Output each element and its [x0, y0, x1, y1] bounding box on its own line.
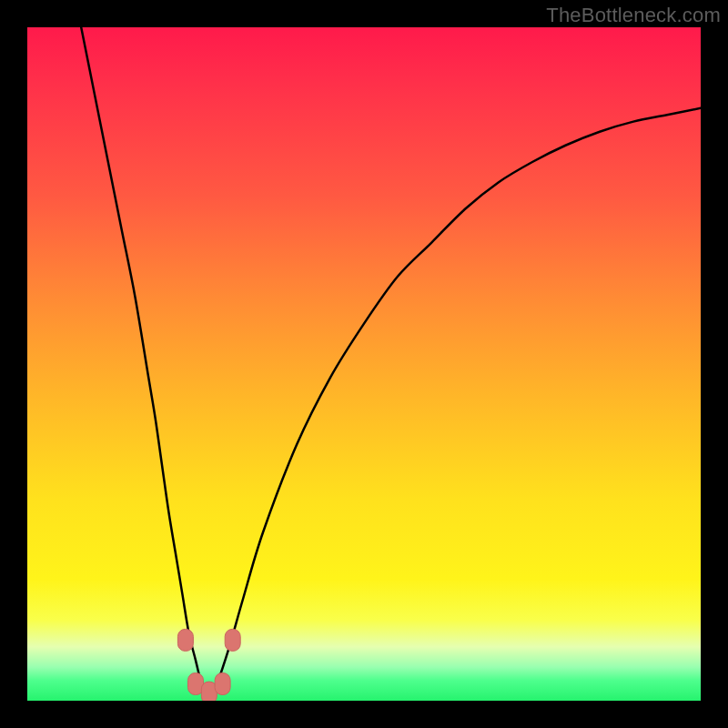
curve-right-curve	[209, 108, 701, 701]
curve-left-curve	[81, 27, 209, 701]
chart-frame: TheBottleneck.com	[0, 0, 728, 728]
marker-4	[225, 629, 240, 651]
plot-area	[27, 27, 701, 701]
curve-layer	[27, 27, 701, 701]
watermark-text: TheBottleneck.com	[546, 4, 721, 27]
marker-0	[177, 629, 193, 651]
marker-3	[215, 673, 230, 695]
